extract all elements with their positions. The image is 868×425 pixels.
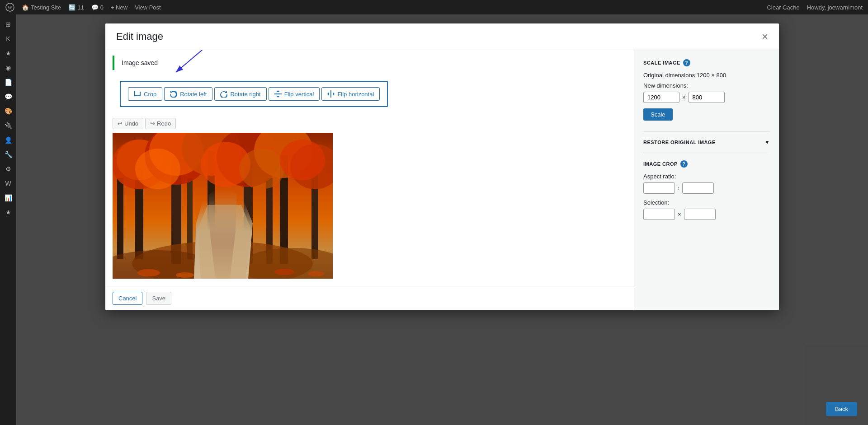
dimension-separator: × (682, 94, 686, 101)
howdy-item[interactable]: Howdy, joewarnimont (807, 4, 863, 11)
edit-area-scroll: Image saved (105, 50, 634, 286)
flip-horizontal-button[interactable]: Flip horizontal (321, 87, 380, 101)
flip-vertical-label: Flip vertical (284, 91, 314, 98)
howdy-label: Howdy, joewarnimont (807, 4, 863, 11)
sidebar-icon-posts[interactable]: K (2, 33, 14, 45)
sidebar-icon-media[interactable]: ◉ (2, 61, 14, 74)
wp-logo-item[interactable]: W (5, 3, 14, 12)
edit-area: Image saved (105, 50, 634, 310)
svg-rect-11 (117, 178, 123, 259)
rotate-right-button[interactable]: Rotate right (214, 87, 266, 101)
rotate-right-icon (220, 90, 227, 98)
site-name: Testing Site (31, 4, 61, 11)
restore-title: RESTORE ORIGINAL IMAGE (643, 140, 716, 145)
crop-icon (134, 90, 141, 98)
rotate-left-label: Rotate left (180, 91, 207, 98)
modal-overlay: Edit image × Image saved (16, 14, 868, 425)
updates-item[interactable]: 🔄 11 (68, 4, 84, 11)
new-item[interactable]: + New (111, 4, 127, 11)
modal-header: Edit image × (105, 23, 779, 50)
svg-point-32 (176, 272, 194, 278)
restore-original-section: RESTORE ORIGINAL IMAGE ▼ (643, 131, 770, 145)
new-dimensions-label: New dimensions: (643, 82, 770, 89)
sidebar-icon-dashboard[interactable]: ⊞ (2, 18, 14, 31)
modal-body: Image saved (105, 50, 779, 310)
aspect-ratio-separator: : (678, 185, 679, 191)
sidebar-icon-appearance[interactable]: 🎨 (2, 105, 14, 117)
new-label: + New (111, 4, 127, 11)
restore-header[interactable]: RESTORE ORIGINAL IMAGE ▼ (643, 139, 770, 145)
scale-help-icon[interactable]: ? (683, 59, 690, 66)
image-crop-title: IMAGE CROP ? (643, 160, 770, 168)
updates-icon: 🔄 (68, 4, 75, 11)
selection-width-input[interactable] (643, 209, 675, 220)
flip-vertical-icon (274, 90, 282, 98)
image-crop-section: IMAGE CROP ? Aspect ratio: : Selection: (643, 153, 770, 220)
selection-separator: × (678, 211, 681, 218)
restore-dropdown-icon: ▼ (764, 139, 770, 145)
scale-image-title: SCALE IMAGE ? (643, 59, 770, 66)
sidebar-icon-settings[interactable]: ⚙ (2, 163, 14, 175)
sidebar-icon-plugins[interactable]: 🔌 (2, 119, 14, 132)
sidebar-icon-tools[interactable]: 🔧 (2, 148, 14, 161)
clear-cache-item[interactable]: Clear Cache (767, 4, 799, 11)
undo-redo-bar: ↩ Undo ↪ Redo (105, 118, 634, 133)
svg-text:W: W (8, 5, 13, 10)
scale-image-label: SCALE IMAGE (643, 60, 680, 65)
selection-label: Selection: (643, 199, 770, 206)
site-name-item[interactable]: 🏠 Testing Site (22, 4, 61, 11)
cancel-button[interactable]: Cancel (113, 292, 142, 305)
undo-button[interactable]: ↩ Undo (113, 118, 143, 129)
sidebar-icon-analytics[interactable]: 📊 (2, 191, 14, 204)
rotate-left-icon (170, 90, 177, 98)
modal-close-button[interactable]: × (762, 31, 768, 42)
image-saved-text: Image saved (122, 59, 158, 66)
edit-image-modal: Edit image × Image saved (105, 23, 779, 310)
wp-logo-icon: W (5, 3, 14, 12)
svg-point-31 (137, 269, 160, 276)
svg-marker-30 (198, 205, 250, 279)
svg-point-33 (274, 269, 294, 275)
aspect-ratio-inputs: : (643, 182, 770, 194)
modal-title: Edit image (116, 31, 163, 42)
flip-horizontal-icon (327, 90, 335, 98)
clear-cache-label: Clear Cache (767, 4, 799, 11)
image-preview (105, 133, 634, 286)
home-icon: 🏠 (22, 4, 29, 11)
admin-bar: W 🏠 Testing Site 🔄 11 💬 0 + New View Pos… (0, 0, 868, 14)
scale-button[interactable]: Scale (643, 108, 673, 121)
save-button[interactable]: Save (146, 292, 171, 305)
width-input[interactable] (643, 92, 679, 103)
dimension-inputs: × (643, 92, 770, 103)
view-post-item[interactable]: View Post (135, 4, 161, 11)
view-post-label: View Post (135, 4, 161, 11)
comments-item[interactable]: 💬 0 (91, 4, 104, 11)
crop-button[interactable]: Crop (128, 87, 162, 101)
scale-image-section: SCALE IMAGE ? Original dimensions 1200 ×… (643, 59, 770, 121)
sidebar-icon-comments[interactable]: 💬 (2, 90, 14, 103)
flip-horizontal-label: Flip horizontal (337, 91, 374, 98)
flip-vertical-button[interactable]: Flip vertical (269, 87, 320, 101)
page-background: ⊞ K ★ ◉ 📄 💬 🎨 🔌 👤 🔧 ⚙ W 📊 ★ Edit image × (0, 14, 868, 425)
svg-point-24 (239, 149, 284, 189)
modal-footer: Cancel Save (105, 286, 634, 310)
comments-icon: 💬 (91, 4, 99, 11)
original-dimensions: Original dimensions 1200 × 800 (643, 72, 770, 79)
redo-label: Redo (157, 120, 171, 127)
sidebar-icon-marketing[interactable]: ★ (2, 206, 14, 219)
sidebar-icon-starred[interactable]: ★ (2, 47, 14, 60)
aspect-ratio-height-input[interactable] (682, 182, 714, 194)
image-crop-label: IMAGE CROP (643, 161, 678, 167)
height-input[interactable] (689, 92, 725, 103)
redo-button[interactable]: ↪ Redo (145, 118, 176, 129)
redo-icon: ↪ (150, 120, 155, 127)
sidebar-icon-woocommerce[interactable]: W (2, 177, 14, 190)
rotate-left-button[interactable]: Rotate left (164, 87, 212, 101)
selection-height-input[interactable] (684, 209, 716, 220)
sidebar-icon-users[interactable]: 👤 (2, 134, 14, 146)
sidebar-icon-pages[interactable]: 📄 (2, 76, 14, 89)
crop-help-icon[interactable]: ? (680, 160, 688, 168)
right-panel: SCALE IMAGE ? Original dimensions 1200 ×… (634, 50, 779, 310)
forest-svg (113, 133, 333, 279)
aspect-ratio-width-input[interactable] (643, 182, 675, 194)
